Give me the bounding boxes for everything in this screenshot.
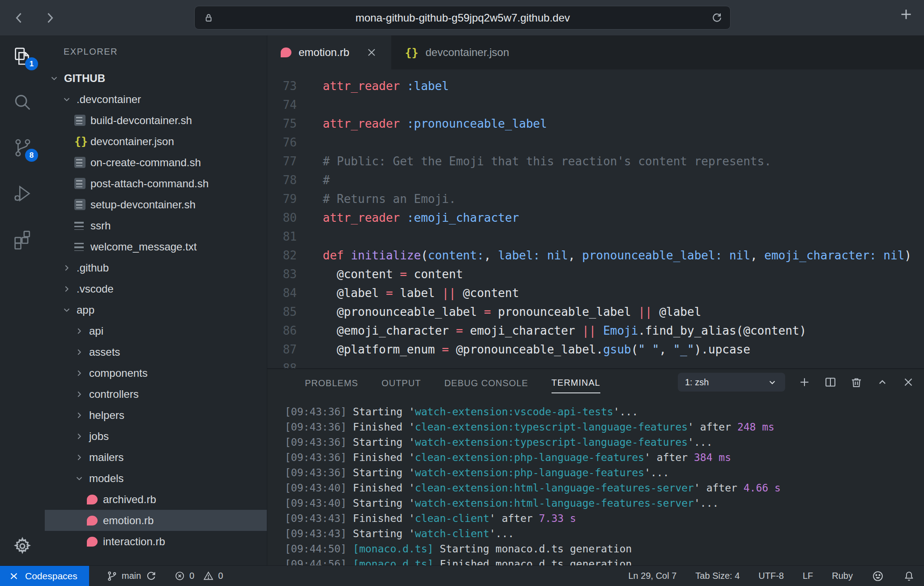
browser-chrome: mona-github-github-g59jpq2w5w7.github.de… xyxy=(0,0,924,35)
chevron-right-icon xyxy=(74,347,89,357)
line-number: 85 xyxy=(267,302,312,321)
activity-item-run-debug[interactable] xyxy=(12,183,33,204)
code-line-73: 73attr_reader :label xyxy=(267,77,924,95)
browser-forward-button[interactable] xyxy=(42,10,57,26)
chevron-down-icon xyxy=(766,376,778,388)
tree-item-setup-devcontainer-sh[interactable]: setup-devcontainer.sh xyxy=(45,194,267,215)
tree-item-ssrh[interactable]: ssrh xyxy=(45,215,267,236)
line-number: 75 xyxy=(267,114,312,133)
tree-item-emotion-rb[interactable]: emotion.rb xyxy=(45,510,267,531)
tree-item-controllers[interactable]: controllers xyxy=(45,383,267,405)
tree-item-label: assets xyxy=(89,346,120,358)
code-line-87: 87 @platform_enum = @pronounceable_label… xyxy=(267,340,924,359)
kill-terminal-button[interactable] xyxy=(850,375,863,389)
explorer-title: EXPLORER xyxy=(45,35,267,68)
encoding-indicator[interactable]: UTF-8 xyxy=(758,571,784,581)
code-editor[interactable]: 73attr_reader :label7475attr_reader :pro… xyxy=(267,69,924,368)
terminal-shell-label: 1: zsh xyxy=(685,377,709,388)
tree-item-label: components xyxy=(89,367,148,379)
tree-item-interaction-rb[interactable]: interaction.rb xyxy=(45,531,267,552)
bottom-panel: PROBLEMSOUTPUTDEBUG CONSOLETERMINAL 1: z… xyxy=(267,368,924,565)
line-number: 81 xyxy=(267,227,312,246)
terminal-line-7: [09:43:40] Starting 'watch-extension:htm… xyxy=(285,496,924,511)
tree-item-label: models xyxy=(89,472,124,485)
panel-tab-output[interactable]: OUTPUT xyxy=(381,372,421,393)
panel-tab-problems[interactable]: PROBLEMS xyxy=(305,372,358,393)
tab-size-indicator[interactable]: Tab Size: 4 xyxy=(695,571,740,581)
tree-item-models[interactable]: models xyxy=(45,468,267,489)
code-line-79: 79# Returns an Emoji. xyxy=(267,190,924,208)
new-terminal-button[interactable] xyxy=(798,375,811,389)
tree-item-api[interactable]: api xyxy=(45,320,267,341)
tree-item-build-devcontainer-sh[interactable]: build-devcontainer.sh xyxy=(45,110,267,131)
tree-item--vscode[interactable]: .vscode xyxy=(45,278,267,299)
activity-item-explorer[interactable]: 1 xyxy=(12,46,33,67)
chevron-right-icon xyxy=(62,263,77,273)
branch-indicator[interactable]: main xyxy=(106,570,157,582)
tree-item-welcome-message-txt[interactable]: welcome_message.txt xyxy=(45,236,267,257)
cursor-position[interactable]: Ln 29, Col 7 xyxy=(628,571,676,581)
settings-gear-icon[interactable] xyxy=(12,536,33,556)
language-mode[interactable]: Ruby xyxy=(832,571,853,581)
line-number: 88 xyxy=(267,359,312,368)
chevron-right-icon xyxy=(74,326,89,336)
terminal-output[interactable]: [09:43:36] Starting 'watch-extension:vsc… xyxy=(267,395,924,565)
panel-tab-terminal[interactable]: TERMINAL xyxy=(552,371,600,393)
close-panel-button[interactable] xyxy=(902,375,915,389)
explorer-sidebar: EXPLORER GITHUB.devcontainerbuild-devcon… xyxy=(45,35,267,565)
line-number: 83 xyxy=(267,265,312,284)
terminal-shell-select[interactable]: 1: zsh xyxy=(678,373,785,392)
activity-bar: 18 xyxy=(0,35,45,565)
close-icon[interactable] xyxy=(365,46,378,59)
line-number: 84 xyxy=(267,284,312,302)
file-tree: GITHUB.devcontainerbuild-devcontainer.sh… xyxy=(45,68,267,552)
activity-item-extensions[interactable] xyxy=(12,229,33,250)
tree-item-helpers[interactable]: helpers xyxy=(45,405,267,426)
refresh-icon[interactable] xyxy=(711,12,723,24)
tree-item--github[interactable]: .github xyxy=(45,257,267,278)
split-terminal-button[interactable] xyxy=(824,375,837,389)
tree-item-label: archived.rb xyxy=(103,493,156,506)
editor-tab-devcontainer-json[interactable]: {}devcontainer.json xyxy=(391,35,522,69)
url-bar[interactable]: mona-github-github-g59jpq2w5w7.github.de… xyxy=(194,6,731,30)
line-number: 76 xyxy=(267,133,312,152)
browser-back-button[interactable] xyxy=(12,10,27,26)
line-number: 82 xyxy=(267,246,312,265)
code-line-88: 88 xyxy=(267,359,924,368)
problems-indicator[interactable]: 0 0 xyxy=(174,570,223,582)
tree-item-jobs[interactable]: jobs xyxy=(45,426,267,447)
codespaces-remote-button[interactable]: Codespaces xyxy=(0,566,89,586)
tree-item-mailers[interactable]: mailers xyxy=(45,447,267,468)
tree-item-assets[interactable]: assets xyxy=(45,341,267,362)
activity-item-source-control[interactable]: 8 xyxy=(12,138,33,158)
txt-file-icon xyxy=(74,222,90,230)
code-line-77: 77# Public: Get the Emoji that this reac… xyxy=(267,152,924,171)
panel-controls: 1: zsh xyxy=(678,369,915,395)
tree-item-label: jobs xyxy=(89,430,109,443)
activity-item-search[interactable] xyxy=(12,92,33,112)
terminal-line-3: [09:43:36] Starting 'watch-extension:typ… xyxy=(285,435,924,450)
chevron-right-icon xyxy=(74,389,89,399)
tree-item-label: ssrh xyxy=(90,220,111,232)
tree-item-post-attach-command-sh[interactable]: post-attach-command.sh xyxy=(45,173,267,194)
tree-item-on-create-command-sh[interactable]: on-create-command.sh xyxy=(45,152,267,173)
tree-item--devcontainer[interactable]: .devcontainer xyxy=(45,89,267,110)
notifications-bell-icon[interactable] xyxy=(903,570,915,582)
line-number: 86 xyxy=(267,321,312,340)
feedback-smiley-icon[interactable] xyxy=(872,570,884,582)
editor-tab-emotion-rb[interactable]: emotion.rb xyxy=(267,35,391,69)
ruby-file-icon xyxy=(87,537,103,547)
tree-item-devcontainer-json[interactable]: {}devcontainer.json xyxy=(45,131,267,152)
maximize-panel-button[interactable] xyxy=(876,375,889,389)
tree-item-archived-rb[interactable]: archived.rb xyxy=(45,489,267,510)
sh-file-icon xyxy=(74,199,90,210)
tree-item-components[interactable]: components xyxy=(45,362,267,383)
eol-indicator[interactable]: LF xyxy=(803,571,813,581)
new-tab-button[interactable] xyxy=(898,6,914,22)
tree-item-github[interactable]: GITHUB xyxy=(45,68,267,89)
code-line-83: 83 @content = content xyxy=(267,265,924,284)
chevron-right-icon xyxy=(74,410,89,420)
panel-tab-debug-console[interactable]: DEBUG CONSOLE xyxy=(444,372,528,393)
tree-item-app[interactable]: app xyxy=(45,299,267,320)
code-line-82: 82def initialize(content:, label: nil, p… xyxy=(267,246,924,265)
